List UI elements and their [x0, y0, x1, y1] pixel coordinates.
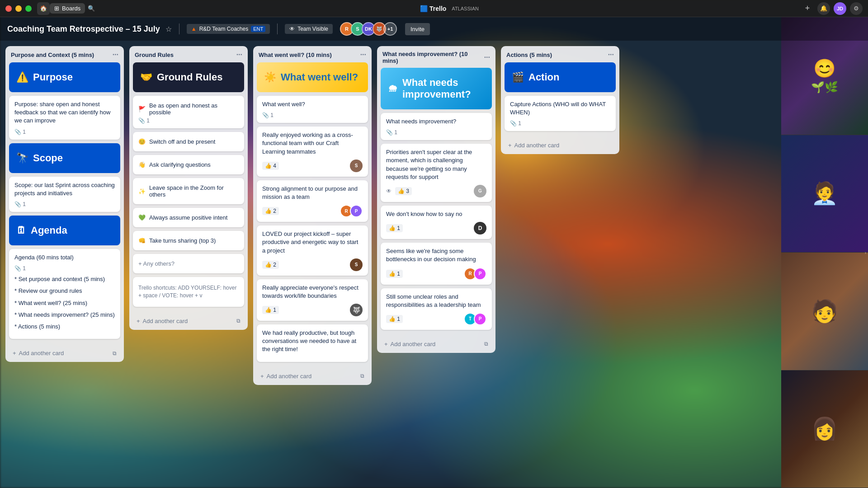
- like-button[interactable]: 👍 1: [262, 306, 279, 314]
- copy-card-icon[interactable]: ⧉: [113, 350, 117, 357]
- col-menu-purpose[interactable]: ···: [113, 51, 118, 59]
- team-tag[interactable]: ▲ R&D Team Coaches ENT: [187, 24, 270, 34]
- card-text: Capture Actions (WHO will do WHAT WHEN): [510, 100, 610, 117]
- card-avatar: D: [474, 222, 486, 235]
- copy-card-icon[interactable]: ⧉: [360, 373, 364, 379]
- agenda-hero-icon: 🗓: [16, 225, 26, 236]
- add-card-label: Add another card: [514, 142, 560, 149]
- card-went-well-label[interactable]: What went well? 📎 1: [257, 96, 368, 123]
- card-rule-3[interactable]: 👋 Ask clarifying questions: [133, 155, 244, 174]
- card-rule-6[interactable]: 👊 Take turns sharing (top 3): [133, 231, 244, 250]
- card-rule-4[interactable]: ✨ Leave space in the Zoom for others: [133, 178, 244, 204]
- atlassian-label: ATLASSIAN: [452, 6, 479, 11]
- card-text: Purpose: share open and honest feedback …: [14, 100, 115, 125]
- add-card-icon: +: [13, 350, 16, 357]
- card-bottlenecks[interactable]: Seems like we're facing some bottlenecks…: [381, 243, 492, 284]
- column-ground-rules: Ground Rules ··· 🤝 Ground Rules 🚩 Be as …: [129, 46, 248, 330]
- card-respect[interactable]: Really appreciate everyone's respect tow…: [257, 279, 368, 321]
- board-content: Purpose and Context (5 mins) ··· ⚠️ Purp…: [0, 41, 781, 488]
- agenda-item-2: * Review our ground rules: [14, 287, 115, 295]
- card-agenda-text[interactable]: Agenda (60 mins total) 📎 1 * Set purpose…: [9, 249, 120, 339]
- card-went-well-hero[interactable]: ☀️ What went well?: [257, 62, 368, 92]
- col-title-improvement: What needs improvement? (10 mins): [382, 51, 484, 64]
- agenda-item-5: * Actions (5 mins): [14, 323, 115, 331]
- add-card-button-went-well[interactable]: + Add another card ⧉: [255, 369, 370, 383]
- visibility-label: Team Visible: [297, 26, 328, 32]
- add-card-button-improvement[interactable]: + Add another card ⧉: [379, 337, 494, 351]
- video-bg-2: 🧑‍💼: [781, 135, 868, 253]
- card-purpose-hero[interactable]: ⚠️ Purpose: [9, 62, 120, 92]
- like-button[interactable]: 👍 2: [262, 207, 279, 215]
- scope-hero-title: Scope: [33, 152, 63, 164]
- card-text: We don't know how to say no: [386, 210, 486, 218]
- card-improvement-hero[interactable]: 🌧 What needs improvement?: [381, 68, 492, 109]
- card-avatar: S: [350, 160, 363, 172]
- col-menu-went-well[interactable]: ···: [360, 51, 366, 59]
- notifications-button[interactable]: 🔔: [817, 2, 830, 15]
- add-button[interactable]: +: [801, 2, 814, 15]
- star-button[interactable]: ☆: [165, 25, 172, 33]
- card-loved-kickoff[interactable]: LOVED our project kickoff – super produc…: [257, 225, 368, 276]
- card-text: What went well?: [262, 100, 363, 108]
- actions-hero-icon: 🎬: [512, 71, 524, 83]
- col-menu-improvement[interactable]: ···: [484, 53, 490, 61]
- card-rule-1[interactable]: 🚩 Be as open and honest as possible 📎 1: [133, 96, 244, 128]
- visibility-tag[interactable]: 👁 Team Visible: [285, 24, 333, 34]
- video-slot-4: 👩: [781, 371, 868, 488]
- card-say-no[interactable]: We don't know how to say no 👍 1 D: [381, 206, 492, 239]
- card-priorities[interactable]: Priorities aren't super clear at the mom…: [381, 144, 492, 202]
- like-button[interactable]: 👍 4: [262, 162, 279, 170]
- like-button[interactable]: 👍 1: [386, 315, 403, 323]
- card-text: Priorities aren't super clear at the mom…: [386, 148, 486, 181]
- card-improvement-label[interactable]: What needs improvement? 📎 1: [381, 113, 492, 140]
- col-title-ground-rules: Ground Rules: [135, 52, 174, 58]
- boards-button[interactable]: ⊞ Boards: [50, 3, 85, 14]
- user-avatar[interactable]: JD: [834, 2, 846, 15]
- invite-button[interactable]: Invite: [405, 23, 430, 35]
- close-button[interactable]: [5, 5, 12, 12]
- card-avatars: R P: [464, 267, 486, 280]
- col-menu-ground-rules[interactable]: ···: [236, 51, 242, 59]
- card-any-others[interactable]: + Any others?: [133, 254, 244, 273]
- card-purpose-text[interactable]: Purpose: share open and honest feedback …: [9, 96, 120, 140]
- more-members-badge[interactable]: +1: [383, 22, 397, 36]
- card-meta: 📎 1: [14, 265, 115, 272]
- fullscreen-button[interactable]: [25, 5, 32, 12]
- card-tough-conversations[interactable]: We had really productive, but tough conv…: [257, 324, 368, 362]
- search-button[interactable]: 🔍: [85, 2, 98, 15]
- minimize-button[interactable]: [15, 5, 22, 12]
- home-button[interactable]: 🏠: [37, 2, 50, 15]
- card-cross-functional[interactable]: Really enjoyed working as a cross-functi…: [257, 127, 368, 177]
- card-actions-hero[interactable]: 🎬 Action: [505, 62, 616, 92]
- like-button[interactable]: 👍 3: [395, 187, 412, 195]
- like-button[interactable]: 👍 1: [386, 270, 403, 278]
- add-card-label: Add another card: [19, 350, 64, 357]
- card-rule-5[interactable]: 💚 Always assume positive intent: [133, 208, 244, 227]
- copy-card-icon[interactable]: ⧉: [484, 341, 488, 347]
- card-strong-alignment[interactable]: Strong alignment to our purpose and miss…: [257, 180, 368, 222]
- card-meta: 📎 1: [262, 112, 363, 118]
- card-scope-hero[interactable]: 🔭 Scope: [9, 143, 120, 173]
- card-scope-text[interactable]: Scope: our last Sprint across coaching p…: [9, 177, 120, 212]
- card-capture-actions[interactable]: Capture Actions (WHO will do WHAT WHEN) …: [505, 96, 616, 131]
- member-avatars: R S DK 🐺 +1: [340, 22, 397, 36]
- add-card-button-ground-rules[interactable]: + Add another card ⧉: [131, 314, 246, 328]
- col-menu-actions[interactable]: ···: [608, 51, 614, 59]
- card-unclear-roles[interactable]: Still some unclear roles and responsibil…: [381, 288, 492, 330]
- add-card-button-purpose[interactable]: + Add another card ⧉: [7, 346, 122, 360]
- like-button[interactable]: 👍 1: [386, 224, 403, 232]
- rule-text: 😊 Switch off and be present: [138, 136, 239, 147]
- card-text: What needs improvement?: [386, 117, 486, 126]
- column-purpose: Purpose and Context (5 mins) ··· ⚠️ Purp…: [5, 46, 124, 362]
- card-shortcuts[interactable]: Trello shortcuts: ADD YOURSELF: hover + …: [133, 277, 244, 307]
- card-rule-2[interactable]: 😊 Switch off and be present: [133, 132, 244, 151]
- card-agenda-hero[interactable]: 🗓 Agenda: [9, 216, 120, 245]
- add-card-icon: +: [260, 373, 264, 380]
- settings-button[interactable]: ⚙: [850, 2, 863, 15]
- ground-rules-hero-title: Ground Rules: [157, 71, 222, 83]
- video-panel: 😊 🌱🌿 🧑‍💼 🧑 👩 ›: [781, 17, 868, 488]
- card-ground-rules-hero[interactable]: 🤝 Ground Rules: [133, 62, 244, 92]
- add-card-button-actions[interactable]: + Add another card: [503, 138, 618, 152]
- copy-card-icon[interactable]: ⧉: [236, 318, 241, 324]
- like-button[interactable]: 👍 2: [262, 261, 279, 269]
